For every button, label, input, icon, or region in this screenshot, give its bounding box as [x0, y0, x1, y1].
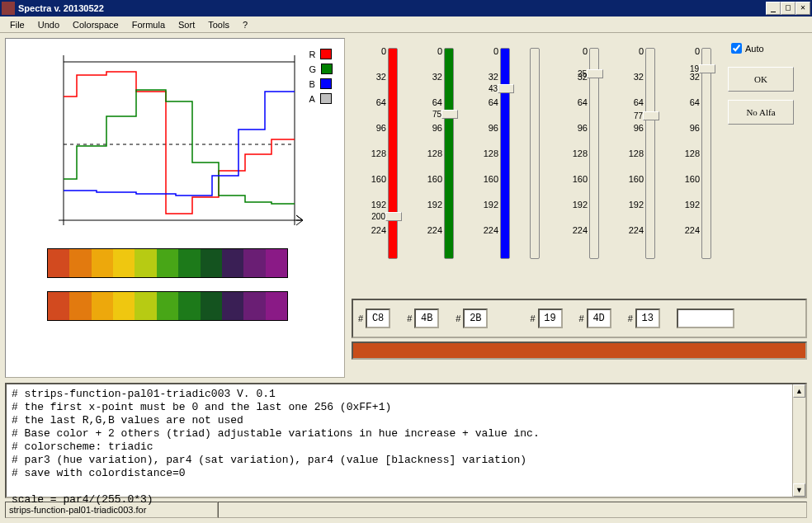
- hex-prefix: #: [628, 313, 633, 323]
- auto-checkbox[interactable]: [731, 43, 742, 54]
- legend-a-swatch: [320, 93, 332, 104]
- menu-colorspace[interactable]: Colorspace: [66, 18, 125, 31]
- palette-cell[interactable]: [243, 292, 265, 320]
- palette-cell[interactable]: [135, 249, 156, 277]
- auto-label: Auto: [745, 44, 764, 54]
- slider-thumb[interactable]: [699, 64, 715, 73]
- left-panel: R G B A: [5, 38, 345, 378]
- slider-fill: [389, 49, 397, 258]
- result-swatch: [352, 342, 807, 360]
- hex-input-0[interactable]: [366, 309, 390, 328]
- palette-cell[interactable]: [113, 292, 135, 320]
- maximize-button[interactable]: □: [781, 2, 795, 15]
- palette-cell[interactable]: [113, 249, 135, 277]
- slider-value-label: 19: [682, 64, 699, 73]
- hex-prefix: #: [358, 313, 363, 323]
- hex-input-3[interactable]: [538, 309, 563, 328]
- palette-strip-2[interactable]: [47, 291, 288, 321]
- slider-track[interactable]: 200: [388, 48, 398, 259]
- menu-help[interactable]: ?: [236, 18, 254, 31]
- palette-cell[interactable]: [201, 249, 222, 277]
- menu-tools[interactable]: Tools: [201, 18, 236, 31]
- hex-prefix: #: [579, 313, 584, 323]
- legend-r-swatch: [320, 49, 332, 59]
- slider-thumb[interactable]: [643, 111, 659, 120]
- rgb-chart: [47, 47, 311, 233]
- slider-track[interactable]: 75: [444, 48, 454, 259]
- slider-ticks: 0326496128160192224: [609, 46, 644, 251]
- noalfa-button[interactable]: No Alfa: [728, 100, 794, 125]
- window-title: Spectra v. 20130522: [18, 3, 766, 13]
- slider-track[interactable]: 19: [701, 48, 711, 259]
- titlebar[interactable]: Spectra v. 20130522 _ □ ✕: [0, 0, 812, 16]
- palette-cell[interactable]: [157, 292, 178, 320]
- palette-cell[interactable]: [69, 292, 91, 320]
- menu-sort[interactable]: Sort: [172, 18, 201, 31]
- slider-track[interactable]: 77: [645, 48, 655, 259]
- right-panel: 0326496128160192224200032649612816019222…: [352, 38, 807, 378]
- slider-track[interactable]: 43: [500, 48, 510, 259]
- palette-cell[interactable]: [243, 249, 265, 277]
- slider-gap: [520, 38, 551, 294]
- slider-s6: 032649612816019222419: [665, 38, 720, 294]
- palette-cell[interactable]: [201, 292, 222, 320]
- legend-g-swatch: [321, 64, 333, 74]
- slider-B: 032649612816019222443: [464, 38, 518, 294]
- slider-fill: [501, 49, 509, 258]
- ok-button[interactable]: OK: [728, 67, 794, 92]
- menu-file[interactable]: File: [3, 18, 31, 31]
- palette-cell[interactable]: [69, 249, 91, 277]
- legend-g-label: G: [309, 64, 316, 74]
- palette-cell[interactable]: [92, 292, 113, 320]
- right-buttons: Auto OK No Alfa: [720, 38, 802, 294]
- code-text[interactable]: # strips-function-pal01-triadic003 V. 0.…: [7, 384, 805, 510]
- hex-prefix: #: [530, 313, 535, 323]
- palette-cell[interactable]: [48, 249, 69, 277]
- slider-thumb[interactable]: [441, 110, 458, 119]
- palette-strip-1[interactable]: [47, 248, 288, 278]
- code-editor[interactable]: # strips-function-pal01-triadic003 V. 0.…: [5, 383, 807, 498]
- scrollbar-vertical[interactable]: ▲ ▼: [792, 384, 805, 497]
- hex-input-2[interactable]: [463, 309, 488, 328]
- slider-value-label: 43: [481, 84, 498, 93]
- slider-row: 0326496128160192224200032649612816019222…: [352, 38, 720, 294]
- palette-cell[interactable]: [135, 292, 156, 320]
- hex-prefix: #: [407, 313, 412, 323]
- slider-value-label: 200: [369, 212, 385, 221]
- scroll-down-icon[interactable]: ▼: [793, 483, 805, 497]
- palette-cell[interactable]: [266, 249, 287, 277]
- slider-G: 032649612816019222475: [408, 38, 462, 294]
- slider-track-gap[interactable]: [530, 48, 540, 259]
- slider-s4: 032649612816019222425: [553, 38, 607, 294]
- legend-r-label: R: [309, 49, 315, 59]
- slider-thumb[interactable]: [385, 212, 402, 221]
- hex-input-5[interactable]: [635, 309, 660, 328]
- scroll-up-icon[interactable]: ▲: [793, 384, 805, 398]
- palette-cell[interactable]: [178, 249, 200, 277]
- hex-input-1[interactable]: [414, 309, 439, 328]
- slider-thumb[interactable]: [587, 69, 603, 78]
- slider-value-label: 25: [570, 69, 587, 78]
- hex-input-big[interactable]: [677, 309, 734, 328]
- slider-thumb[interactable]: [498, 84, 514, 93]
- close-button[interactable]: ✕: [795, 2, 810, 15]
- palette-cell[interactable]: [157, 249, 178, 277]
- slider-ticks: 0326496128160192224: [665, 46, 700, 251]
- palette-cell[interactable]: [92, 249, 113, 277]
- menu-formula[interactable]: Formula: [125, 18, 172, 31]
- hex-input-4[interactable]: [587, 309, 611, 328]
- slider-value-label: 77: [626, 111, 643, 120]
- palette-cell[interactable]: [222, 292, 243, 320]
- hex-row: ######: [352, 299, 807, 338]
- legend-a-label: A: [309, 94, 314, 104]
- window-buttons: _ □ ✕: [766, 2, 810, 15]
- hex-prefix: #: [456, 313, 460, 323]
- minimize-button[interactable]: _: [766, 2, 781, 15]
- legend-b-swatch: [320, 78, 332, 89]
- palette-cell[interactable]: [48, 292, 69, 320]
- palette-cell[interactable]: [222, 249, 243, 277]
- palette-cell[interactable]: [266, 292, 287, 320]
- palette-cell[interactable]: [178, 292, 200, 320]
- slider-track[interactable]: 25: [589, 48, 599, 259]
- menu-undo[interactable]: Undo: [31, 18, 66, 31]
